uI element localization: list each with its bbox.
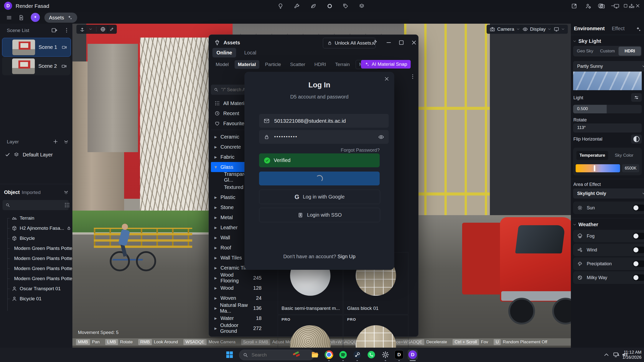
email-input[interactable] [274,118,384,124]
light-slider[interactable]: 0.500 [573,105,642,113]
pin-panel-icon[interactable] [371,39,377,46]
password-field[interactable] [259,130,389,144]
category-outdoor-ground[interactable]: ▸Outdoor Ground272 [211,323,265,333]
scene-menu-icon[interactable] [64,27,70,33]
render-monitor-icon[interactable] [613,3,620,9]
taskbar-app-d5-black[interactable]: D [394,350,404,360]
taskbar-app-spotify[interactable] [338,350,348,360]
unlock-all-assets-button[interactable]: Unlock All Assets [323,38,376,48]
tools-icon[interactable] [294,3,300,9]
milky way-toggle[interactable] [633,274,644,281]
taskbar-app-chrome[interactable] [324,350,334,360]
panel-close-icon[interactable] [411,39,417,46]
magic-icon[interactable] [635,26,641,32]
temperature-value[interactable]: 6500K [622,164,639,172]
ai-material-snap-button[interactable]: AI Material Snap [361,60,411,69]
account-icon[interactable] [585,3,591,9]
taskbar-app-whatsapp[interactable] [366,350,376,360]
tab-sky-color[interactable]: Sky Color [608,151,640,160]
category-wood[interactable]: ▸Wood128 [211,283,265,293]
tab-scatter[interactable]: Scatter [287,60,309,69]
object-item[interactable]: Oscar Transport 01 [0,284,72,294]
menu-icon[interactable] [6,15,12,21]
taskbar-app-d5-purple[interactable]: D [408,350,418,360]
object-item[interactable]: Modern Green Plants Potte... [0,253,72,264]
scene-item[interactable]: Scene 1 [2,38,71,57]
email-field[interactable] [259,114,389,128]
weather-header[interactable]: Weather [573,222,598,227]
display-menu-button[interactable]: Display [519,25,554,34]
taskbar-search[interactable] [239,350,314,360]
taskbar-app-steam[interactable] [352,350,362,360]
object-item[interactable]: H2 Ajinomoto Fasa... [0,223,72,233]
render-camera-icon[interactable] [599,3,605,9]
collapse-layers-icon[interactable] [63,139,69,145]
flip-horizontal-button[interactable] [631,135,642,144]
tab-temperature[interactable]: Temperature [576,151,608,160]
sky-mode-custom[interactable]: Custom [596,47,619,56]
tab-hdri[interactable]: HDRI [311,60,329,69]
category-natural-raw-ma-[interactable]: ▸Natural Raw Ma...136 [211,303,265,313]
category-wood-flooring[interactable]: ▸Wood Flooring245 [211,273,265,283]
vegetation-tool-icon[interactable] [310,3,316,9]
object-grid-view-icon[interactable] [64,202,70,208]
light-tool-icon[interactable] [277,3,284,9]
object-item[interactable]: Modern Green Plants Potte... [0,274,72,284]
category-water[interactable]: ▸Water18 [211,313,265,323]
sky-mode-hdri[interactable]: HDRI [619,47,641,56]
sso-login-button[interactable]: Login with SSO [259,208,380,222]
taskbar-app-explorer[interactable] [310,350,320,360]
import-file-icon[interactable] [18,15,24,21]
scene-item[interactable]: Scene 2 [2,57,70,75]
brush-tool-icon[interactable] [327,3,333,9]
google-login-button[interactable]: G Log in with Google [259,190,380,204]
tab-local[interactable]: Local [240,48,260,57]
area-of-effect-dropdown[interactable]: Skylight Only [573,188,644,199]
wind-toggle[interactable] [633,247,644,253]
sky-light-header[interactable]: Sky Light [573,38,601,44]
signup-link[interactable]: Sign Up [338,254,355,259]
category-sss[interactable]: ▸SSS10 [211,333,265,335]
temperature-slider[interactable] [576,164,620,172]
password-input[interactable] [274,134,374,140]
render-queue-icon[interactable] [629,3,635,9]
layer-item[interactable]: Default Layer [3,150,53,160]
tab-model[interactable]: Model [212,60,232,69]
object-search-input[interactable] [12,202,66,208]
login-submit-button[interactable] [259,172,380,185]
taskbar-app-settings[interactable] [380,350,390,360]
tab-particle[interactable]: Particle [262,60,284,69]
tab-effect[interactable]: Effect [612,26,625,31]
object-item[interactable]: Modern Green Plants Potte... [0,243,72,253]
ai-badge-icon[interactable] [31,13,40,22]
panel-minimize-icon[interactable] [385,39,392,46]
object-item[interactable]: Terrain [0,213,72,223]
tab-terrain[interactable]: Terrain [332,60,353,69]
assets-toggle-button[interactable]: Assets [44,13,77,23]
add-scene-icon[interactable] [51,27,57,33]
temperature-handle[interactable] [594,165,595,171]
tab-online[interactable]: Online [212,48,236,57]
tray-expand-icon[interactable] [603,350,610,360]
start-button[interactable] [225,350,235,360]
sky-mode-geo-sky[interactable]: Geo Sky [574,47,596,56]
add-layer-icon[interactable] [52,139,59,145]
tab-environment[interactable]: Environment [574,26,605,31]
tab-material[interactable]: Material [235,60,259,69]
sun-toggle[interactable] [633,205,644,211]
hdri-preview-image[interactable] [573,72,642,90]
hdri-preset-dropdown[interactable]: Partly Sunny [573,61,644,72]
forgot-password-link[interactable]: Forgot Password? [341,147,380,153]
object-search[interactable] [3,200,69,210]
grid-menu-icon[interactable] [410,74,416,80]
monitor-menu-button[interactable] [551,25,568,34]
maximize-button[interactable] [622,3,629,9]
category-woven[interactable]: ▸Woven24 [211,293,265,303]
light-settings-button[interactable] [631,93,642,102]
tag-tool-icon[interactable] [343,3,349,9]
network-icon[interactable] [612,350,620,360]
close-button[interactable] [634,3,641,9]
collapse-objects-icon[interactable] [63,189,69,195]
share-icon[interactable] [571,3,577,9]
panel-maximize-icon[interactable] [398,39,405,46]
